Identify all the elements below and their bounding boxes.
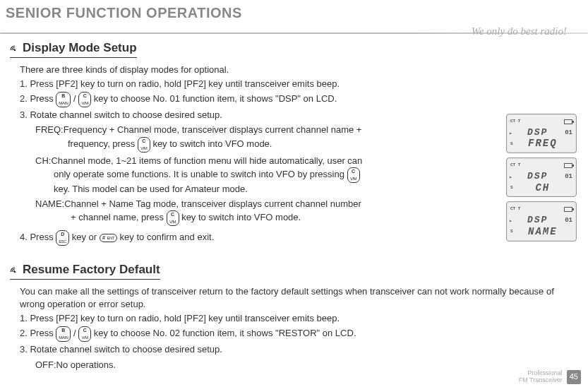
section-title-text: Resume Factory Default <box>23 261 160 278</box>
arrow-icon: ▸ <box>509 130 512 138</box>
battery-icon <box>564 119 572 124</box>
page-title: SENIOR FUNCTION OPERATIONS <box>0 0 588 25</box>
option-freq: FREQ: Frequency + Channel mode, transcei… <box>20 124 510 152</box>
factory-step-1: 1. Press [PF2] key to turn on radio, hol… <box>20 312 574 325</box>
key-b-main-icon: BMAIN <box>56 326 71 342</box>
step-2: 2. Press BMAIN / CV/M key to choose No. … <box>20 92 510 107</box>
factory-step-3: 3. Rotate channel switch to choose desir… <box>20 343 574 356</box>
option-name: NAME: Channel + Name Tag mode, transceiv… <box>20 198 510 226</box>
key-c-vm-icon: CV/M <box>347 167 360 183</box>
section-title-text: Display Mode Setup <box>23 40 137 56</box>
step-1: 1. Press [PF2] key to turn on radio, hol… <box>20 78 510 90</box>
lcd-ch: CT T ▸ DSP01 SCH <box>506 157 577 197</box>
arrow-icon: ▸ <box>509 218 512 225</box>
step-4: 4. Press DESC key or # ENT key to confir… <box>20 230 510 246</box>
radio-wave-icon <box>10 43 20 53</box>
key-enter-icon: # ENT <box>100 234 117 242</box>
key-b-main-icon: BMAIN <box>56 92 71 107</box>
option-ch: CH: Channel mode, 1~21 items of function… <box>20 155 510 196</box>
factory-step-2: 2. Press BMAIN / CV/M key to choose No. … <box>20 326 574 342</box>
key-c-vm-icon: CV/M <box>78 92 91 107</box>
slogan-text: We only do best radio! <box>472 24 567 39</box>
intro-text: There are three kinds of display modes f… <box>20 64 510 76</box>
key-c-vm-icon: CV/M <box>167 210 179 226</box>
section-resume-factory-title: Resume Factory Default <box>10 261 160 280</box>
svg-point-1 <box>14 271 16 273</box>
svg-point-0 <box>14 49 16 52</box>
battery-icon <box>564 163 572 168</box>
option-off: OFF: No operations. <box>20 359 574 371</box>
key-c-vm-icon: CV/M <box>78 326 91 342</box>
lcd-preview-stack: CT T ▸ DSP01 SFREQ CT T ▸ DSP01 SCH CT T… <box>506 114 577 242</box>
header-divider: We only do best radio! <box>0 25 588 40</box>
page-number: 45 <box>567 370 581 383</box>
section-display-mode-title: Display Mode Setup <box>10 40 137 58</box>
lcd-name: CT T ▸ DSP01 SNAME <box>506 201 577 241</box>
step-3: 3. Rotate channel switch to choose desir… <box>20 109 510 121</box>
arrow-icon: ▸ <box>509 174 512 181</box>
battery-icon <box>564 207 572 212</box>
radio-wave-icon <box>10 265 20 275</box>
page-footer: Professional FM Transceiver 45 <box>519 370 581 384</box>
lcd-freq: CT T ▸ DSP01 SFREQ <box>506 114 577 153</box>
factory-intro: You can make all the settings of transce… <box>20 285 574 311</box>
key-d-esc-icon: DESC <box>56 230 69 246</box>
key-c-vm-icon: CV/M <box>138 137 150 153</box>
